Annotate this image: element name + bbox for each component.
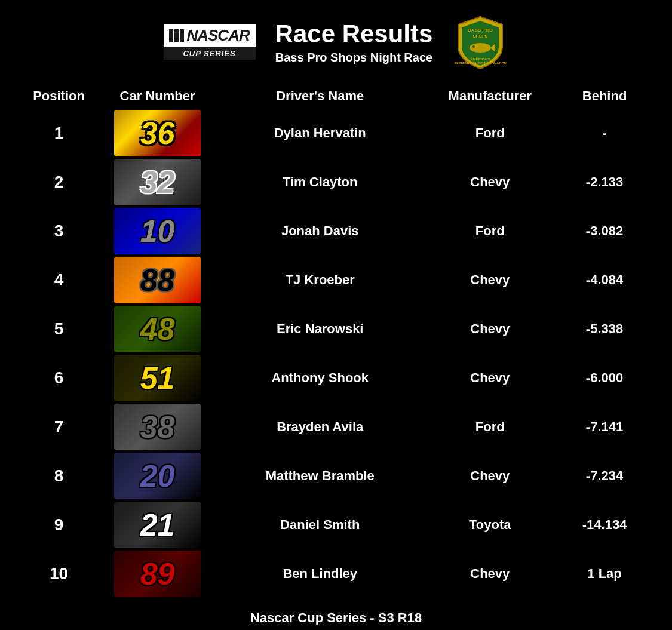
manufacturer-cell: Chevy	[424, 305, 557, 354]
position-cell: 6	[20, 354, 99, 402]
race-subtitle: Bass Pro Shops Night Race	[275, 51, 433, 64]
results-table: Position Car Number Driver's Name Manufa…	[20, 84, 653, 598]
car-number-cell: 38	[99, 402, 217, 451]
car-number-cell: 51	[99, 354, 217, 402]
position-cell: 4	[20, 256, 99, 305]
car-number-text: 21	[140, 507, 175, 543]
car-number-box: 20	[114, 453, 201, 499]
behind-cell: 1 Lap	[557, 549, 653, 598]
svg-text:SHOPS: SHOPS	[473, 34, 488, 38]
car-number-box: 48	[114, 306, 201, 352]
table-row: 8 20 Matthew Bramble Chevy -7.234	[20, 451, 653, 500]
car-number-text: 88	[140, 262, 175, 298]
col-behind: Behind	[557, 84, 653, 109]
car-number-text: 20	[140, 458, 175, 494]
car-number-cell: 88	[99, 256, 217, 305]
bass-pro-logo: BASS PRO SHOPS AMERICA'S PREMIER FISHING…	[450, 12, 510, 72]
manufacturer-cell: Chevy	[424, 158, 557, 207]
driver-name-cell: Eric Narowski	[217, 305, 424, 354]
car-number-box: 36	[114, 110, 201, 156]
behind-cell: -	[557, 109, 653, 158]
car-number-text: 38	[140, 409, 175, 445]
manufacturer-cell: Toyota	[424, 500, 557, 549]
manufacturer-cell: Chevy	[424, 549, 557, 598]
position-cell: 7	[20, 402, 99, 451]
car-number-cell: 48	[99, 305, 217, 354]
svg-point-2	[470, 43, 491, 53]
svg-point-4	[472, 45, 475, 48]
driver-name-cell: TJ Kroeber	[217, 256, 424, 305]
car-number-text: 10	[140, 213, 175, 249]
cup-series-label: CUP SERIES	[164, 47, 256, 60]
car-number-cell: 21	[99, 500, 217, 549]
table-row: 6 51 Anthony Shook Chevy -6.000	[20, 354, 653, 402]
behind-cell: -4.084	[557, 256, 653, 305]
position-cell: 3	[20, 207, 99, 256]
driver-name-cell: Daniel Smith	[217, 500, 424, 549]
footer-text: Nascar Cup Series - S3 R18	[20, 610, 653, 630]
manufacturer-cell: Chevy	[424, 354, 557, 402]
nascar-stripes	[169, 29, 184, 42]
position-cell: 9	[20, 500, 99, 549]
table-row: 7 38 Brayden Avila Ford -7.141	[20, 402, 653, 451]
car-number-box: 88	[114, 257, 201, 303]
car-number-cell: 10	[99, 207, 217, 256]
driver-name-cell: Dylan Hervatin	[217, 109, 424, 158]
car-number-text: 32	[140, 164, 175, 200]
car-number-box: 21	[114, 502, 201, 548]
nascar-logo: NASCAR CUP SERIES	[162, 22, 257, 62]
nascar-text: NASCAR	[186, 26, 249, 45]
race-results-title: Race Results	[275, 20, 433, 48]
car-number-text: 36	[140, 115, 175, 151]
position-cell: 10	[20, 549, 99, 598]
car-number-text: 48	[140, 311, 175, 347]
car-number-cell: 32	[99, 158, 217, 207]
car-number-cell: 36	[99, 109, 217, 158]
table-header-row: Position Car Number Driver's Name Manufa…	[20, 84, 653, 109]
header: NASCAR CUP SERIES Race Results Bass Pro …	[20, 12, 653, 72]
behind-cell: -5.338	[557, 305, 653, 354]
svg-text:AMERICA'S: AMERICA'S	[471, 57, 490, 61]
col-position: Position	[20, 84, 99, 109]
driver-name-cell: Anthony Shook	[217, 354, 424, 402]
svg-text:BASS PRO: BASS PRO	[468, 27, 493, 33]
col-car-number: Car Number	[99, 84, 217, 109]
car-number-cell: 20	[99, 451, 217, 500]
behind-cell: -3.082	[557, 207, 653, 256]
driver-name-cell: Jonah Davis	[217, 207, 424, 256]
car-number-box: 51	[114, 355, 201, 401]
manufacturer-cell: Ford	[424, 402, 557, 451]
manufacturer-cell: Chevy	[424, 256, 557, 305]
driver-name-cell: Tim Clayton	[217, 158, 424, 207]
car-number-box: 38	[114, 404, 201, 450]
manufacturer-cell: Ford	[424, 109, 557, 158]
behind-cell: -7.234	[557, 451, 653, 500]
bass-pro-svg: BASS PRO SHOPS AMERICA'S PREMIER FISHING…	[453, 14, 507, 70]
svg-text:PREMIER FISHING DESTINATION: PREMIER FISHING DESTINATION	[455, 62, 507, 65]
car-number-box: 32	[114, 159, 201, 205]
car-number-cell: 89	[99, 549, 217, 598]
car-number-box: 10	[114, 208, 201, 254]
position-cell: 8	[20, 451, 99, 500]
table-row: 2 32 Tim Clayton Chevy -2.133	[20, 158, 653, 207]
behind-cell: -14.134	[557, 500, 653, 549]
behind-cell: -2.133	[557, 158, 653, 207]
title-section: Race Results Bass Pro Shops Night Race	[275, 20, 433, 64]
behind-cell: -7.141	[557, 402, 653, 451]
col-driver-name: Driver's Name	[217, 84, 424, 109]
table-row: 5 48 Eric Narowski Chevy -5.338	[20, 305, 653, 354]
driver-name-cell: Matthew Bramble	[217, 451, 424, 500]
position-cell: 5	[20, 305, 99, 354]
manufacturer-cell: Chevy	[424, 451, 557, 500]
main-container: NASCAR CUP SERIES Race Results Bass Pro …	[8, 0, 665, 630]
driver-name-cell: Ben Lindley	[217, 549, 424, 598]
position-cell: 1	[20, 109, 99, 158]
car-number-text: 51	[140, 360, 175, 396]
driver-name-cell: Brayden Avila	[217, 402, 424, 451]
table-row: 4 88 TJ Kroeber Chevy -4.084	[20, 256, 653, 305]
table-row: 3 10 Jonah Davis Ford -3.082	[20, 207, 653, 256]
table-row: 9 21 Daniel Smith Toyota -14.134	[20, 500, 653, 549]
car-number-box: 89	[114, 551, 201, 597]
behind-cell: -6.000	[557, 354, 653, 402]
col-manufacturer: Manufacturer	[424, 84, 557, 109]
